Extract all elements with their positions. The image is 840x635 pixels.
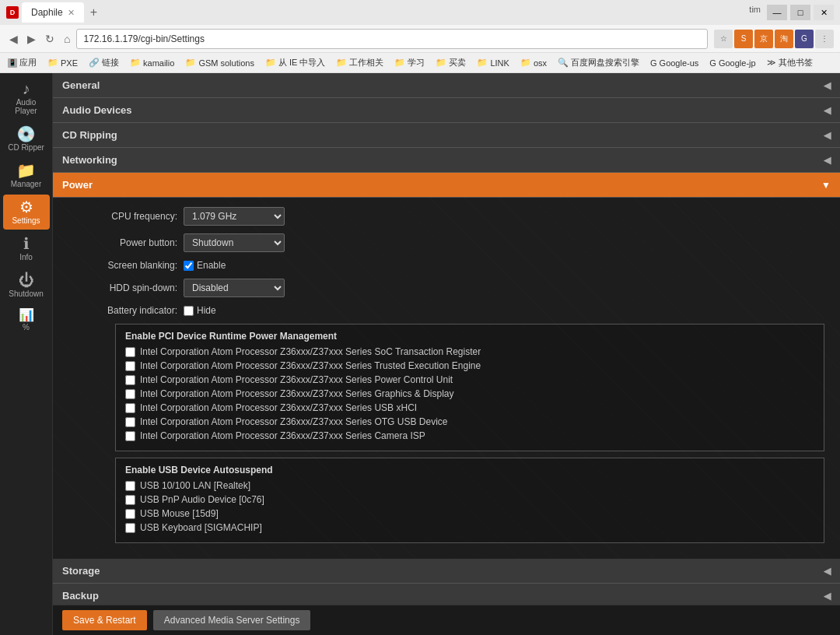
sidebar-item-manager[interactable]: 📁 Manager <box>3 158 50 193</box>
content-area: General ◀ Audio Devices ◀ CD Ripping ◀ N… <box>53 73 840 605</box>
bookmark-buy[interactable]: 📁买卖 <box>431 55 471 70</box>
forward-button[interactable]: ▶ <box>24 31 39 47</box>
extension-icon2[interactable]: 京 <box>754 30 773 48</box>
pci-device-2-checkbox[interactable] <box>125 375 135 385</box>
hdd-spindown-row: HDD spin-down: Disabled 5 min 10 min 20 … <box>68 279 824 297</box>
close-button[interactable]: ✕ <box>814 5 834 20</box>
new-tab-button[interactable]: + <box>87 5 100 19</box>
bookmark-kamailio[interactable]: 📁kamailio <box>125 56 179 69</box>
bookmark-pxe[interactable]: 📁PXE <box>43 56 82 69</box>
bookmark-work[interactable]: 📁工作相关 <box>331 55 388 70</box>
battery-indicator-checkbox-label[interactable]: Hide <box>184 305 216 316</box>
section-power-arrow: ▼ <box>821 180 831 191</box>
section-backup-arrow: ◀ <box>824 591 831 602</box>
power-icon: ⏻ <box>19 272 34 288</box>
cpu-frequency-select[interactable]: 1.079 GHz 800 MHz 600 MHz <box>184 207 285 226</box>
screen-blanking-checkbox-label[interactable]: Enable <box>184 260 226 271</box>
back-button[interactable]: ◀ <box>6 31 21 47</box>
section-storage-label: Storage <box>62 565 100 577</box>
sidebar-item-percent[interactable]: 📊 % <box>3 304 50 336</box>
usb-subsection-title: Enable USB Device Autosuspend <box>125 465 814 475</box>
section-cd-ripping[interactable]: CD Ripping ◀ <box>53 123 840 148</box>
reload-button[interactable]: ↻ <box>42 31 58 47</box>
tab-close-button[interactable]: ✕ <box>68 8 75 18</box>
sidebar-item-shutdown[interactable]: ⏻ Shutdown <box>3 268 50 303</box>
section-general[interactable]: General ◀ <box>53 73 840 98</box>
sidebar-label-info: Info <box>19 253 33 261</box>
section-audio-devices-arrow: ◀ <box>824 105 831 116</box>
section-backup[interactable]: Backup ◀ <box>53 584 840 605</box>
pci-device-3-checkbox[interactable] <box>125 389 135 399</box>
power-button-row: Power button: Shutdown Suspend Nothing <box>68 233 824 252</box>
percent-icon: 📊 <box>19 309 34 321</box>
pci-device-5: Intel Corporation Atom Processor Z36xxx/… <box>125 416 814 427</box>
bookmark-link[interactable]: 📁LINK <box>472 56 513 69</box>
app-container: ♪ AudioPlayer 💿 CD Ripper 📁 Manager ⚙ Se… <box>0 73 840 635</box>
usb-device-1: USB PnP Audio Device [0c76] <box>125 494 814 505</box>
hdd-spindown-select[interactable]: Disabled 5 min 10 min 20 min <box>184 279 285 297</box>
pci-device-0: Intel Corporation Atom Processor Z36xxx/… <box>125 346 814 357</box>
extension-icon4[interactable]: G <box>795 30 814 48</box>
battery-indicator-text: Hide <box>197 305 216 316</box>
music-icon: ♪ <box>23 81 30 96</box>
extension-icon1[interactable]: S <box>734 30 753 48</box>
pci-device-6-checkbox[interactable] <box>125 431 135 441</box>
battery-indicator-checkbox[interactable] <box>184 306 194 316</box>
more-icon[interactable]: ⋮ <box>815 30 834 48</box>
bookmark-study[interactable]: 📁学习 <box>390 55 429 70</box>
pci-device-4-checkbox[interactable] <box>125 403 135 413</box>
bookmark-baidu[interactable]: 🔍百度网盘搜索引擎 <box>553 55 644 70</box>
screen-blanking-label: Screen blanking: <box>68 260 177 271</box>
usb-device-0-checkbox[interactable] <box>125 481 135 491</box>
extension-icon3[interactable]: 淘 <box>775 30 793 48</box>
sidebar-item-cd-ripper[interactable]: 💿 CD Ripper <box>3 121 50 156</box>
power-section-content: CPU frequency: 1.079 GHz 800 MHz 600 MHz… <box>53 198 840 559</box>
advanced-media-button[interactable]: Advanced Media Server Settings <box>153 610 311 630</box>
section-backup-label: Backup <box>62 590 99 602</box>
info-icon: ℹ <box>23 236 30 251</box>
tab-label: Daphile <box>31 7 63 18</box>
screen-blanking-text: Enable <box>197 260 226 271</box>
sidebar-item-audio-player[interactable]: ♪ AudioPlayer <box>3 76 50 120</box>
bookmark-more[interactable]: ≫其他书签 <box>762 55 817 70</box>
power-button-select[interactable]: Shutdown Suspend Nothing <box>184 233 285 252</box>
sidebar-label-manager: Manager <box>11 180 41 188</box>
usb-device-3-checkbox[interactable] <box>125 523 135 533</box>
address-bar[interactable] <box>76 29 708 49</box>
screen-blanking-checkbox[interactable] <box>184 261 194 271</box>
minimize-button[interactable]: — <box>767 5 787 20</box>
section-networking[interactable]: Networking ◀ <box>53 148 840 173</box>
maximize-button[interactable]: □ <box>790 5 810 20</box>
save-restart-button[interactable]: Save & Restart <box>62 610 147 630</box>
sidebar-item-settings[interactable]: ⚙ Settings <box>3 195 50 230</box>
pci-subsection: Enable PCI Device Runtime Power Manageme… <box>115 324 824 451</box>
toolbar-icons: ☆ S 京 淘 G ⋮ <box>714 30 834 48</box>
bookmark-links[interactable]: 🔗链接 <box>84 55 124 70</box>
browser-tab[interactable]: Daphile ✕ <box>22 2 84 23</box>
home-button[interactable]: ⌂ <box>61 31 73 47</box>
pci-device-4: Intel Corporation Atom Processor Z36xxx/… <box>125 402 814 413</box>
section-audio-devices[interactable]: Audio Devices ◀ <box>53 98 840 123</box>
bookmark-apps[interactable]: 📱 应用 <box>3 55 41 70</box>
sidebar-item-info[interactable]: ℹ Info <box>3 231 50 266</box>
apps-bookmark-icon: 📱 <box>8 58 17 68</box>
battery-indicator-label: Battery indicator: <box>68 305 177 316</box>
bottom-bar: Save & Restart Advanced Media Server Set… <box>53 605 840 635</box>
usb-device-0: USB 10/100 LAN [Realtek] <box>125 480 814 491</box>
pci-device-0-checkbox[interactable] <box>125 347 135 357</box>
section-power[interactable]: Power ▼ <box>53 173 840 198</box>
section-cd-ripping-arrow: ◀ <box>824 130 831 141</box>
usb-device-3: USB Keyboard [SIGMACHIP] <box>125 522 814 533</box>
section-storage[interactable]: Storage ◀ <box>53 559 840 584</box>
bookmark-google-us[interactable]: GGoogle-us <box>646 57 703 69</box>
bookmark-gsm[interactable]: 📁GSM solutions <box>180 56 259 69</box>
star-icon[interactable]: ☆ <box>714 30 733 48</box>
section-networking-label: Networking <box>62 154 117 166</box>
bookmark-ie-import[interactable]: 📁从 IE 中导入 <box>261 55 331 70</box>
pci-device-1-checkbox[interactable] <box>125 361 135 371</box>
bookmark-osx[interactable]: 📁osx <box>516 56 551 69</box>
usb-device-1-checkbox[interactable] <box>125 495 135 505</box>
usb-device-2-checkbox[interactable] <box>125 509 135 519</box>
pci-device-5-checkbox[interactable] <box>125 417 135 427</box>
bookmark-google-jp[interactable]: GGoogle-jp <box>705 57 760 69</box>
